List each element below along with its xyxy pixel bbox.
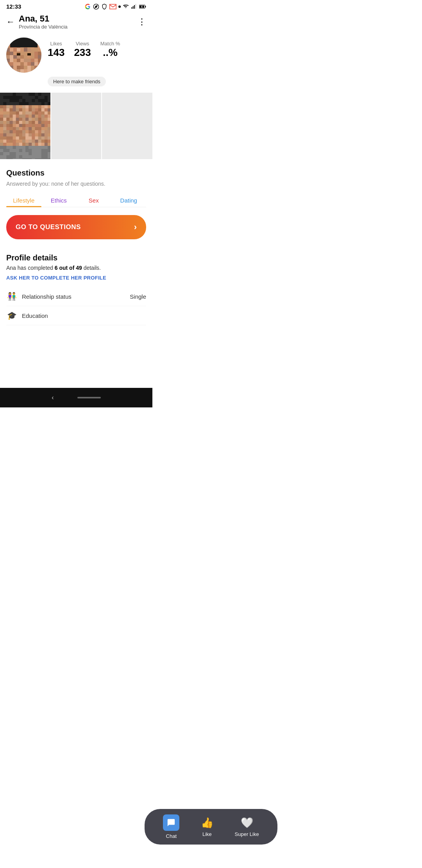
likes-stat: Likes 143	[48, 41, 64, 59]
profile-details-section: Profile details Ana has completed 6 out …	[0, 247, 152, 325]
profile-details-title: Profile details	[6, 253, 146, 262]
svg-marker-1	[95, 5, 97, 8]
stats: Likes 143 Views 233 Match % ..%	[48, 38, 120, 59]
questions-title: Questions	[6, 169, 146, 178]
back-button[interactable]: ←	[6, 17, 15, 27]
signal-icon	[131, 4, 137, 10]
tab-dating[interactable]: Dating	[111, 193, 147, 207]
complete-suffix: details.	[82, 265, 101, 271]
questions-tabs: Lifestyle Ethics Sex Dating	[6, 193, 146, 207]
svg-rect-7	[145, 5, 146, 7]
tab-ethics[interactable]: Ethics	[41, 193, 77, 207]
match-value: ..%	[100, 47, 120, 59]
tag-row: Here to make friends	[0, 73, 152, 90]
match-stat: Match % ..%	[100, 41, 120, 59]
user-info: Ana, 51 Província de València	[19, 14, 68, 30]
tag-badge: Here to make friends	[48, 77, 106, 86]
tab-sex[interactable]: Sex	[76, 193, 111, 207]
sys-home-pill[interactable]	[77, 397, 101, 398]
views-stat: Views 233	[74, 41, 91, 59]
tab-lifestyle[interactable]: Lifestyle	[6, 193, 41, 207]
status-bar: 12:33	[0, 0, 152, 11]
education-row: 🎓 Education	[6, 306, 146, 325]
complete-count: 6 out of 49	[55, 265, 82, 271]
complete-prefix: Ana has completed	[6, 265, 55, 271]
photo-main[interactable]	[0, 93, 50, 159]
user-location: Província de València	[19, 24, 68, 30]
status-time: 12:33	[6, 3, 21, 10]
relationship-label: Relationship status	[22, 293, 125, 300]
svg-rect-8	[139, 5, 144, 7]
ask-link[interactable]: ASK HER TO COMPLETE HER PROFILE	[6, 275, 146, 281]
likes-label: Likes	[48, 41, 64, 47]
more-button[interactable]: ⋮	[138, 17, 146, 27]
svg-rect-3	[133, 6, 134, 9]
relationship-row: 👫 Relationship status Single	[6, 287, 146, 306]
bottom-spacer	[0, 325, 152, 380]
photo-slot-3[interactable]	[102, 93, 152, 159]
avatar	[6, 38, 41, 73]
chevron-right-icon: ›	[134, 222, 137, 232]
photo-slot-2[interactable]	[51, 93, 102, 159]
notification-dot	[118, 5, 121, 8]
svg-rect-2	[131, 7, 132, 9]
questions-subtitle: Answered by you: none of her questions.	[6, 181, 146, 187]
svg-rect-4	[134, 5, 135, 9]
go-to-questions-button[interactable]: GO TO QUESTIONS ›	[6, 215, 146, 239]
google-icon	[85, 4, 91, 10]
user-name: Ana, 51	[19, 14, 68, 24]
stats-container: Likes 143 Views 233 Match % ..%	[48, 38, 120, 59]
go-questions-label: GO TO QUESTIONS	[16, 223, 81, 231]
gmail-icon	[109, 4, 116, 9]
profile-summary: Likes 143 Views 233 Match % ..%	[0, 34, 152, 73]
wifi-icon	[123, 4, 129, 10]
match-label: Match %	[100, 41, 120, 47]
relationship-value: Single	[130, 293, 146, 300]
education-icon: 🎓	[6, 311, 17, 320]
battery-icon	[139, 4, 146, 9]
views-label: Views	[74, 41, 91, 47]
nav-left: ← Ana, 51 Província de València	[6, 14, 68, 30]
compass-icon	[93, 4, 99, 10]
shield-icon	[101, 4, 107, 10]
svg-rect-5	[135, 4, 136, 9]
status-icons	[85, 4, 146, 10]
top-nav: ← Ana, 51 Província de València ⋮	[0, 11, 152, 34]
sys-back-button[interactable]: ‹	[52, 394, 54, 401]
photo-grid	[0, 93, 152, 159]
education-label: Education	[22, 312, 141, 319]
questions-section: Questions Answered by you: none of her q…	[0, 159, 152, 207]
views-value: 233	[74, 47, 91, 59]
relationship-icon: 👫	[6, 292, 17, 301]
complete-text: Ana has completed 6 out of 49 details.	[6, 265, 146, 271]
bottom-action-bar: Chat 👍 Like 🤍 Super Like	[145, 809, 152, 845]
system-nav-bar: ‹	[0, 388, 152, 407]
likes-value: 143	[48, 47, 64, 59]
